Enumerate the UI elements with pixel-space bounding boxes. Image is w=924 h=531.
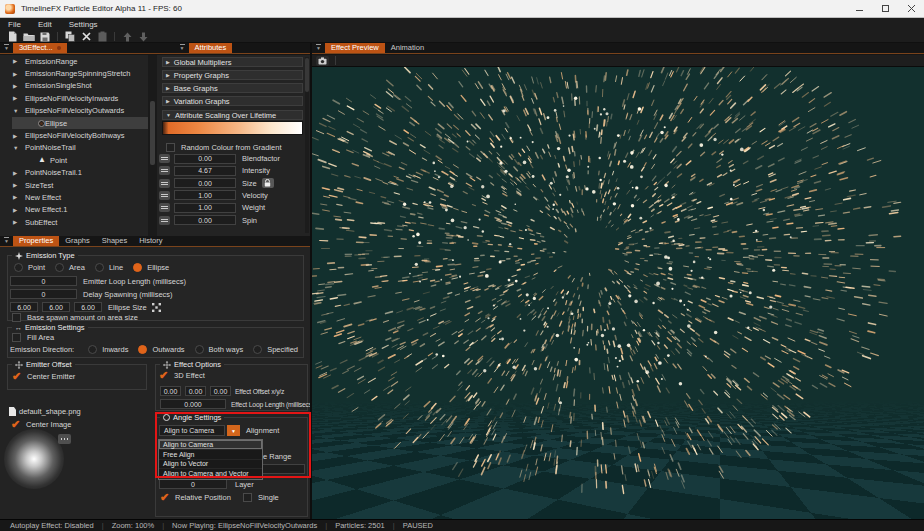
panel-collapse-icon[interactable]: ▼ — [4, 237, 9, 244]
attribute-value-field[interactable]: 0.00 — [174, 178, 236, 188]
dropdown-option[interactable]: Align to Vector — [159, 460, 262, 470]
delay-spawning-field[interactable]: 0 — [10, 289, 77, 299]
dropdown-arrow-button[interactable] — [227, 425, 240, 436]
attribute-value-field[interactable]: 0.00 — [174, 215, 236, 225]
shape-image[interactable] — [4, 429, 64, 489]
colour-gradient-bar[interactable] — [162, 121, 303, 135]
attribute-section-header-expanded[interactable]: ▼ Attribute Scaling Over Lifetime — [162, 110, 303, 120]
tree-scrollbar[interactable] — [148, 55, 157, 236]
3d-effect-checkbox[interactable] — [159, 371, 168, 380]
panel-collapse-icon[interactable]: ▼ — [316, 44, 321, 51]
tree-item[interactable]: EmissionRangeSpinningStretch — [0, 67, 148, 79]
browse-shape-button[interactable] — [58, 434, 71, 444]
menu-item[interactable]: Edit — [38, 20, 52, 29]
attribute-menu-button[interactable] — [159, 179, 170, 188]
base-spawn-checkbox[interactable] — [12, 313, 21, 322]
radio-option[interactable]: Point — [14, 263, 45, 272]
scrollbar-thumb[interactable] — [305, 58, 309, 92]
attribute-menu-button[interactable] — [159, 191, 170, 200]
radio-option[interactable]: Both ways — [195, 345, 244, 354]
link-size-icon[interactable] — [152, 303, 161, 312]
value-field[interactable]: 6.00 — [10, 302, 38, 312]
tree-item[interactable]: Point — [0, 154, 148, 166]
radio-option[interactable]: Inwards — [88, 345, 128, 354]
radio-option[interactable]: Line — [95, 263, 123, 272]
panel-tab[interactable]: Graphs — [59, 236, 96, 246]
tree-item[interactable]: EmissionSingleShot — [0, 80, 148, 92]
effect-preview-canvas[interactable] — [312, 67, 924, 519]
radio-option[interactable]: Specified — [253, 345, 298, 354]
radio-option[interactable]: Outwards — [138, 345, 184, 354]
panel-tab[interactable]: Properties — [13, 236, 59, 246]
tab-effect-library[interactable]: 3dEffect... — [13, 43, 67, 53]
tree-item[interactable]: EmissionRange — [0, 55, 148, 67]
emitter-loop-length-field[interactable]: 0 — [10, 276, 77, 286]
fill-area-checkbox[interactable] — [12, 333, 21, 342]
dropdown-option[interactable]: Free Align — [159, 450, 262, 460]
value-field[interactable]: 0.00 — [210, 386, 231, 396]
value-field[interactable]: 0.00 — [185, 386, 206, 396]
attribute-section-header[interactable]: ▶ Base Graphs — [162, 83, 303, 93]
copy-icon[interactable] — [62, 31, 78, 42]
panel-tab[interactable]: History — [133, 236, 168, 246]
paste-icon[interactable] — [94, 31, 110, 42]
panel-tab[interactable]: Animation — [385, 43, 430, 53]
center-image-checkbox[interactable] — [11, 420, 20, 429]
lock-icon[interactable] — [262, 178, 274, 188]
open-file-icon[interactable] — [21, 31, 37, 42]
dropdown-option[interactable]: Align to Camera — [159, 440, 262, 450]
save-file-icon[interactable] — [37, 31, 53, 42]
dropdown-option[interactable]: Align to Camera and Vector — [159, 469, 262, 479]
attributes-scrollbar[interactable] — [305, 57, 309, 233]
alignment-dropdown[interactable]: Align to Camera — [159, 425, 225, 436]
tree-item[interactable]: SizeTest — [0, 179, 148, 191]
tree-item[interactable]: PointNoiseTrail — [0, 142, 148, 154]
minimize-button[interactable] — [846, 0, 872, 17]
new-file-icon[interactable] — [5, 31, 21, 42]
attribute-menu-button[interactable] — [159, 216, 170, 225]
attribute-value-field[interactable]: 0.00 — [174, 154, 236, 164]
attribute-section-header[interactable]: ▶ Variation Graphs — [162, 96, 303, 106]
tree-item[interactable]: New Effect.1 — [0, 204, 148, 216]
tree-item[interactable]: New Effect — [0, 191, 148, 203]
close-button[interactable] — [898, 0, 924, 17]
panel-tab[interactable]: Shapes — [96, 236, 133, 246]
tab-attributes[interactable]: Attributes — [189, 43, 233, 53]
menu-item[interactable]: File — [8, 20, 21, 29]
attribute-value-field[interactable]: 4.67 — [174, 166, 236, 176]
value-field[interactable]: 6.00 — [42, 302, 70, 312]
random-colour-checkbox[interactable] — [166, 143, 175, 152]
attribute-value-field[interactable]: 1.00 — [174, 203, 236, 213]
value-field[interactable]: 0.00 — [160, 386, 181, 396]
panel-collapse-icon[interactable]: ▼ — [180, 44, 185, 51]
value-field[interactable]: 6.00 — [74, 302, 102, 312]
radio-option[interactable]: Ellipse — [133, 263, 169, 272]
maximize-button[interactable] — [872, 0, 898, 17]
scrollbar-thumb[interactable] — [150, 101, 155, 165]
delete-icon[interactable] — [78, 31, 94, 42]
tree-item[interactable]: PointNoiseTrail.1 — [0, 167, 148, 179]
center-emitter-checkbox[interactable] — [12, 372, 21, 381]
single-checkbox[interactable] — [243, 493, 252, 502]
move-down-icon[interactable] — [135, 31, 151, 42]
attribute-menu-button[interactable] — [159, 203, 170, 212]
tree-item[interactable]: EllipseNoFillVelocityBothways — [0, 129, 148, 141]
relative-position-checkbox[interactable] — [160, 493, 169, 502]
menu-item[interactable]: Settings — [69, 20, 98, 29]
layer-field[interactable]: 0 — [159, 479, 227, 489]
tree-item[interactable]: SubEffect — [0, 216, 148, 228]
radio-option[interactable]: Area — [55, 263, 85, 272]
camera-icon[interactable] — [316, 56, 329, 66]
effect-loop-length-field[interactable]: 0.000 — [160, 399, 226, 409]
panel-tab[interactable]: Effect Preview — [325, 43, 385, 53]
tree-item[interactable]: EllipseNoFillVelocityOutwards — [0, 105, 148, 117]
panel-collapse-icon[interactable]: ▼ — [4, 44, 9, 51]
attribute-section-header[interactable]: ▶ Property Graphs — [162, 70, 303, 80]
attribute-menu-button[interactable] — [159, 154, 170, 163]
attribute-section-header[interactable]: ▶ Global Multipliers — [162, 57, 303, 67]
move-up-icon[interactable] — [119, 31, 135, 42]
attribute-menu-button[interactable] — [159, 166, 170, 175]
tree-item[interactable]: EllipseNoFillVelocityInwards — [0, 92, 148, 104]
attribute-value-field[interactable]: 1.00 — [174, 190, 236, 200]
tree-item[interactable]: Ellipse — [0, 117, 148, 129]
